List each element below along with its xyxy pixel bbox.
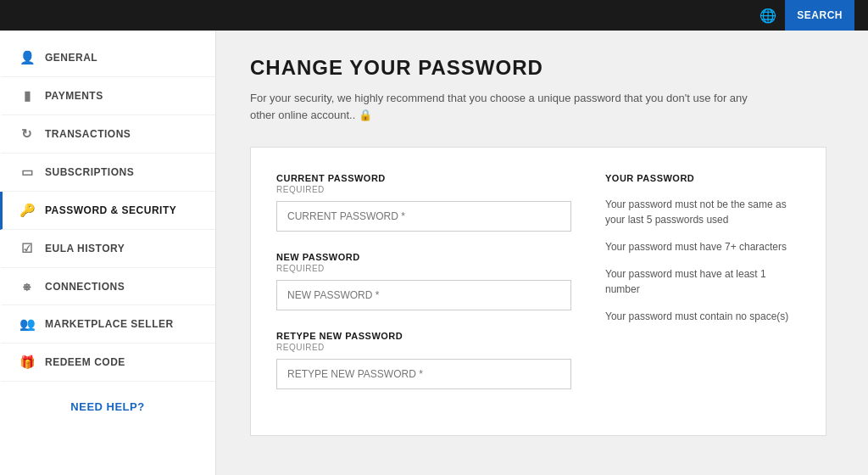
password-rule-2: Your password must have 7+ characters <box>605 239 800 254</box>
transactions-icon: ↻ <box>19 126 35 142</box>
form-panel: CURRENT PASSWORD REQUIRED NEW PASSWORD R… <box>250 147 826 436</box>
form-left: CURRENT PASSWORD REQUIRED NEW PASSWORD R… <box>276 173 571 410</box>
sidebar-label-marketplace: MARKETPLACE SELLER <box>45 318 174 330</box>
sidebar-item-payments[interactable]: ▮ PAYMENTS <box>0 77 215 115</box>
eula-icon: ☑ <box>19 241 35 256</box>
password-icon: 🔑 <box>19 203 35 218</box>
sidebar-item-general[interactable]: 👤 GENERAL <box>0 39 215 77</box>
payments-icon: ▮ <box>19 88 35 103</box>
top-bar-right: 🌐 SEARCH <box>760 0 854 31</box>
current-password-required: REQUIRED <box>276 185 571 194</box>
new-password-label: NEW PASSWORD <box>276 252 571 262</box>
sidebar-label-general: GENERAL <box>45 52 97 64</box>
retype-password-group: RETYPE NEW PASSWORD REQUIRED <box>276 331 571 389</box>
subscriptions-icon: ▭ <box>19 165 35 180</box>
connections-icon: ⎈ <box>19 279 35 293</box>
page-title: CHANGE YOUR PASSWORD <box>250 56 834 80</box>
top-bar: 🌐 SEARCH <box>0 0 868 31</box>
sidebar-label-eula: EULA HISTORY <box>45 243 125 254</box>
current-password-label: CURRENT PASSWORD <box>276 173 571 183</box>
new-password-required: REQUIRED <box>276 264 571 273</box>
retype-password-required: REQUIRED <box>276 343 571 352</box>
current-password-input[interactable] <box>276 201 571 232</box>
sidebar-item-transactions[interactable]: ↻ TRANSACTIONS <box>0 115 215 154</box>
need-help-section: NEED HELP? <box>0 382 215 431</box>
sidebar: 👤 GENERAL ▮ PAYMENTS ↻ TRANSACTIONS ▭ SU… <box>0 31 216 475</box>
redeem-icon: 🎁 <box>19 355 35 370</box>
password-rules-title: YOUR PASSWORD <box>605 173 800 183</box>
need-help-link[interactable]: NEED HELP? <box>70 400 144 413</box>
sidebar-item-connections[interactable]: ⎈ CONNECTIONS <box>0 268 215 305</box>
password-rule-1: Your password must not be the same as yo… <box>605 197 800 227</box>
page-subtitle: For your security, we highly recommend t… <box>250 90 776 123</box>
sidebar-label-transactions: TRANSACTIONS <box>45 128 131 140</box>
main-content: CHANGE YOUR PASSWORD For your security, … <box>216 31 868 475</box>
sidebar-label-connections: CONNECTIONS <box>45 281 125 293</box>
sidebar-item-eula-history[interactable]: ☑ EULA HISTORY <box>0 230 215 268</box>
sidebar-item-subscriptions[interactable]: ▭ SUBSCRIPTIONS <box>0 154 215 192</box>
general-icon: 👤 <box>19 50 35 65</box>
retype-password-label: RETYPE NEW PASSWORD <box>276 331 571 341</box>
content-area: 👤 GENERAL ▮ PAYMENTS ↻ TRANSACTIONS ▭ SU… <box>0 31 868 475</box>
search-button[interactable]: SEARCH <box>785 0 854 31</box>
sidebar-label-payments: PAYMENTS <box>45 90 103 102</box>
globe-icon: 🌐 <box>760 8 776 24</box>
password-rule-4: Your password must contain no space(s) <box>605 309 800 324</box>
sidebar-item-marketplace-seller[interactable]: 👥 MARKETPLACE SELLER <box>0 305 215 344</box>
sidebar-item-password-security[interactable]: 🔑 PASSWORD & SECURITY <box>0 192 215 230</box>
password-rules-panel: YOUR PASSWORD Your password must not be … <box>605 173 800 410</box>
password-rule-3: Your password must have at least 1 numbe… <box>605 266 800 297</box>
sidebar-label-password: PASSWORD & SECURITY <box>45 204 176 216</box>
marketplace-icon: 👥 <box>19 316 35 332</box>
retype-password-input[interactable] <box>276 359 571 389</box>
new-password-group: NEW PASSWORD REQUIRED <box>276 252 571 310</box>
sidebar-label-subscriptions: SUBSCRIPTIONS <box>45 166 134 178</box>
sidebar-label-redeem: REDEEM CODE <box>45 356 125 368</box>
current-password-group: CURRENT PASSWORD REQUIRED <box>276 173 571 232</box>
new-password-input[interactable] <box>276 280 571 310</box>
sidebar-item-redeem-code[interactable]: 🎁 REDEEM CODE <box>0 344 215 382</box>
